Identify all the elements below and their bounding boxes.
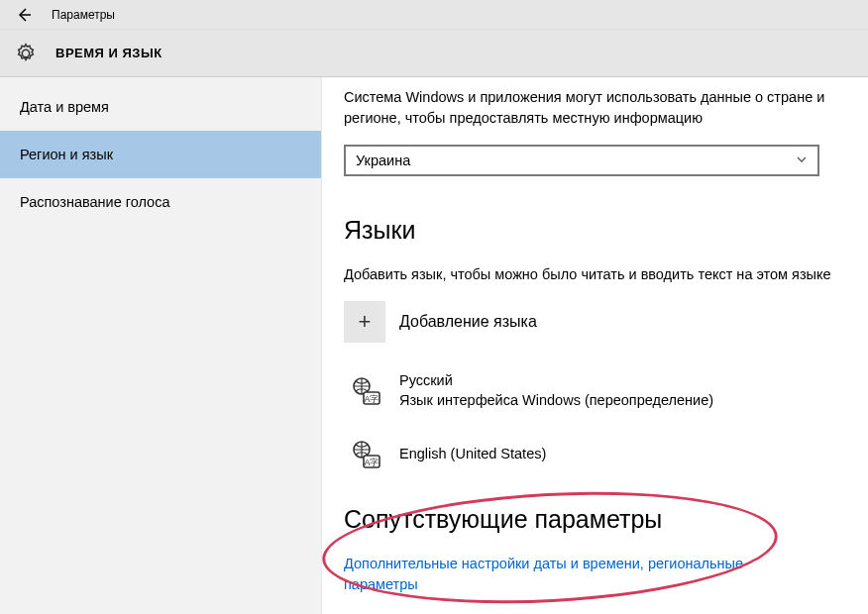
related-heading: Сопутствующие параметры: [344, 505, 844, 534]
section-header: ВРЕМЯ И ЯЗЫК: [0, 30, 868, 77]
title-bar: Параметры: [0, 0, 868, 30]
language-item-english[interactable]: A字 English (United States): [344, 434, 844, 475]
sidebar-item-date-time[interactable]: Дата и время: [0, 83, 321, 131]
chevron-down-icon: [796, 154, 808, 168]
svg-text:A字: A字: [364, 394, 379, 404]
sidebar-item-region-language[interactable]: Регион и язык: [0, 131, 321, 178]
language-item-russian[interactable]: A字 Русский Язык интерфейса Windows (пере…: [344, 370, 844, 412]
languages-heading: Языки: [344, 216, 844, 245]
region-description: Система Windows и приложения могут испол…: [344, 87, 844, 129]
language-pack-icon: A字: [344, 370, 385, 412]
sidebar-item-label: Регион и язык: [20, 147, 113, 162]
region-dropdown[interactable]: Украина: [344, 145, 819, 176]
section-title: ВРЕМЯ И ЯЗЫК: [55, 46, 163, 60]
language-subtitle: Язык интерфейса Windows (переопределение…: [399, 391, 713, 411]
languages-description: Добавить язык, чтобы можно было читать и…: [344, 264, 844, 285]
additional-settings-link[interactable]: Дополнительные настройки даты и времени,…: [344, 554, 819, 595]
main-panel: Система Windows и приложения могут испол…: [322, 77, 868, 614]
language-pack-icon: A字: [344, 434, 385, 475]
svg-text:A字: A字: [364, 458, 379, 467]
back-button[interactable]: [14, 5, 34, 25]
language-name: Русский: [399, 371, 713, 391]
sidebar: Дата и время Регион и язык Распознавание…: [0, 77, 322, 614]
sidebar-item-speech[interactable]: Распознавание голоса: [0, 178, 321, 226]
plus-icon: +: [344, 301, 385, 343]
region-selected-value: Украина: [356, 153, 410, 168]
gear-icon: [14, 42, 38, 65]
language-name: English (United States): [399, 445, 546, 464]
add-language-label: Добавление языка: [399, 313, 537, 331]
sidebar-item-label: Дата и время: [20, 99, 109, 115]
sidebar-item-label: Распознавание голоса: [20, 194, 170, 210]
add-language-button[interactable]: + Добавление языка: [344, 301, 844, 343]
window-title: Параметры: [52, 8, 115, 22]
